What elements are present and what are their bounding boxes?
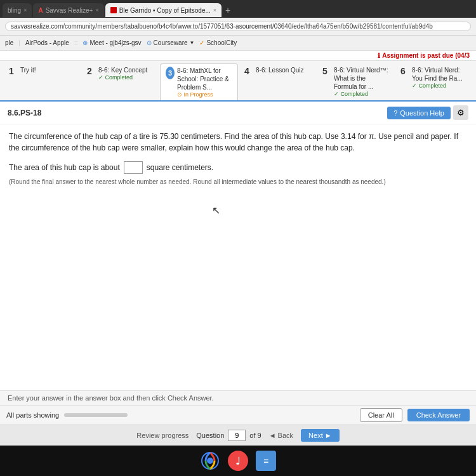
assignment-bar: ℹ Assignment is past due (04/3 — [0, 51, 476, 61]
nav-footer: Review progress Question of 9 ◄ Back Nex… — [0, 425, 476, 446]
new-tab-button[interactable]: + — [223, 5, 233, 15]
prog-tab-2[interactable]: 2 8-6: Key Concept ✓ Completed — [82, 63, 159, 100]
prog-tab-4[interactable]: 4 8-6: Lesson Quiz — [239, 63, 316, 100]
check-answer-button[interactable]: Check Answer — [407, 409, 470, 421]
address-bar: savvasrealize.com/community/members/taba… — [0, 18, 476, 36]
prog-label-5: 8-6: Virtual Nerd™: What is the Formula … — [334, 66, 389, 91]
check-icon-5: ✓ — [334, 91, 339, 97]
prog-status-3: ⊙ In Progress — [177, 91, 232, 98]
tab-savvas-label: Savvas Realize+ — [46, 7, 93, 14]
meet-label: Meet - gjb4jzs-gsv — [89, 39, 141, 46]
tab-garrido-label: Ble Garrido • Copy of Epitsode... — [119, 7, 211, 14]
courseware-dropdown-icon: ▼ — [190, 40, 195, 46]
work-area: ↖ — [9, 192, 467, 242]
question-body: The circumference of the hub cap of a ti… — [0, 124, 476, 390]
bookmark-schoolcity[interactable]: ✓ SchoolCity — [199, 39, 237, 46]
question-mark-icon: ? — [393, 109, 397, 117]
browser-content: ℹ Assignment is past due (04/3 1 Try it!… — [0, 51, 476, 446]
address-input[interactable]: savvasrealize.com/community/members/taba… — [5, 22, 471, 31]
prog-label-6: 8-6: Virtual Nerd: You Find the Ra... — [412, 66, 467, 83]
courseware-icon: ⊙ — [147, 39, 152, 46]
answer-prefix: The area of this hub cap is about — [9, 163, 120, 172]
review-progress-button[interactable]: Review progress — [136, 432, 188, 439]
prog-num-3: 3 — [166, 67, 175, 79]
screen: bling × A Savvas Realize+ × Ble Garrido … — [0, 0, 476, 476]
question-id: 8.6.PS-18 — [8, 109, 41, 117]
taskbar-chrome-icon[interactable] — [200, 451, 220, 471]
instruction-text: Enter your answer in the answer box and … — [8, 394, 214, 402]
answer-suffix: square centimeters. — [147, 163, 213, 172]
question-header: 8.6.PS-18 ? Question Help ⚙ — [0, 102, 476, 124]
tab-savvas-close[interactable]: × — [95, 7, 98, 13]
answer-line: The area of this hub cap is about square… — [9, 161, 467, 174]
taskbar: ♩ ≡ — [0, 446, 476, 476]
prog-status-6: ✓ Completed — [412, 83, 467, 89]
tab-garrido-close[interactable]: × — [213, 7, 216, 13]
bookmark-courseware[interactable]: ⊙ Courseware ▼ — [147, 39, 195, 46]
prog-num-4: 4 — [244, 66, 253, 76]
gear-icon: ⚙ — [457, 108, 465, 117]
prog-tab-5[interactable]: 5 8-6: Virtual Nerd™: What is the Formul… — [317, 63, 394, 100]
next-label: Next ► — [308, 432, 332, 439]
taskbar-docs-icon[interactable]: ≡ — [256, 451, 276, 471]
prog-tab-6[interactable]: 6 8-6: Virtual Nerd: You Find the Ra... … — [395, 63, 472, 100]
tab-garrido[interactable]: Ble Garrido • Copy of Epitsode... × — [105, 3, 221, 17]
question-text: The circumference of the hub cap of a ti… — [9, 131, 467, 154]
meet-icon: ⊕ — [83, 39, 88, 46]
progress-icon-3: ⊙ — [177, 91, 182, 98]
question-help-button[interactable]: ? Question Help — [387, 107, 451, 119]
prog-label-3: 8-6: MathXL for School: Practice & Probl… — [177, 67, 232, 91]
tab-bling-close[interactable]: × — [23, 7, 27, 13]
question-nav: Question of 9 — [196, 430, 261, 441]
prog-num-6: 6 — [400, 66, 409, 76]
bookmark-airpods[interactable]: AirPods - Apple — [25, 39, 69, 46]
prog-status-2: ✓ Completed — [98, 74, 147, 81]
next-button[interactable]: Next ► — [301, 429, 340, 442]
clear-all-button[interactable]: Clear All — [360, 408, 402, 422]
cursor-icon: ↖ — [212, 204, 220, 216]
courseware-label: Courseware — [154, 39, 188, 46]
tab-savvas[interactable]: A Savvas Realize+ × — [33, 3, 103, 17]
prog-status-5: ✓ Completed — [334, 91, 389, 97]
question-help-label: Question Help — [400, 109, 444, 117]
of-label: of 9 — [249, 432, 261, 439]
prog-label-1: Try it! — [20, 66, 36, 74]
prog-num-5: 5 — [322, 66, 331, 76]
bookmarks-bar: ple | AirPods - Apple :: ⊕ Meet - gjb4jz… — [0, 36, 476, 51]
schoolcity-label: SchoolCity — [206, 39, 237, 46]
answer-input[interactable] — [124, 161, 143, 174]
check-icon-2: ✓ — [98, 74, 103, 81]
all-parts-label: All parts showing — [6, 411, 59, 419]
assignment-text: Assignment is past due (04/3 — [382, 52, 470, 59]
browser-tab-bar: bling × A Savvas Realize+ × Ble Garrido … — [0, 0, 476, 18]
bottom-toolbar: All parts showing Clear All Check Answer — [0, 405, 476, 425]
bookmark-sep-2: :: — [74, 39, 78, 46]
prog-num-1: 1 — [9, 66, 18, 76]
bottom-instructions: Enter your answer in the answer box and … — [0, 390, 476, 405]
savvas-icon: A — [38, 7, 43, 14]
parts-indicator — [64, 413, 128, 417]
prog-tab-3[interactable]: 3 8-6: MathXL for School: Practice & Pro… — [160, 63, 238, 100]
svg-point-1 — [207, 458, 213, 464]
question-number-input[interactable] — [228, 430, 246, 441]
question-label: Question — [196, 432, 224, 439]
assignment-icon: ℹ — [378, 52, 380, 59]
back-button[interactable]: ◄ Back — [269, 432, 293, 439]
prog-tab-1[interactable]: 1 Try it! — [4, 63, 81, 100]
bookmark-meet[interactable]: ⊕ Meet - gjb4jzs-gsv — [83, 39, 141, 46]
prog-label-2: 8-6: Key Concept — [98, 66, 147, 74]
parts-fill — [64, 413, 128, 417]
settings-button[interactable]: ⚙ — [453, 105, 468, 120]
progress-tabs: 1 Try it! 2 8-6: Key Concept ✓ Completed… — [0, 61, 476, 102]
tab-bling[interactable]: bling × — [3, 3, 32, 17]
round-note: (Round the final answer to the nearest w… — [9, 178, 467, 187]
bookmark-sep-1: | — [18, 39, 20, 46]
taskbar-music-icon[interactable]: ♩ — [228, 451, 248, 471]
bookmark-ple[interactable]: ple — [5, 39, 13, 46]
garrido-icon — [110, 7, 117, 13]
prog-label-4: 8-6: Lesson Quiz — [256, 66, 304, 74]
tab-bling-label: bling — [8, 7, 21, 14]
check-icon-6: ✓ — [412, 83, 417, 89]
prog-num-2: 2 — [87, 66, 96, 76]
schoolcity-icon: ✓ — [199, 39, 204, 46]
